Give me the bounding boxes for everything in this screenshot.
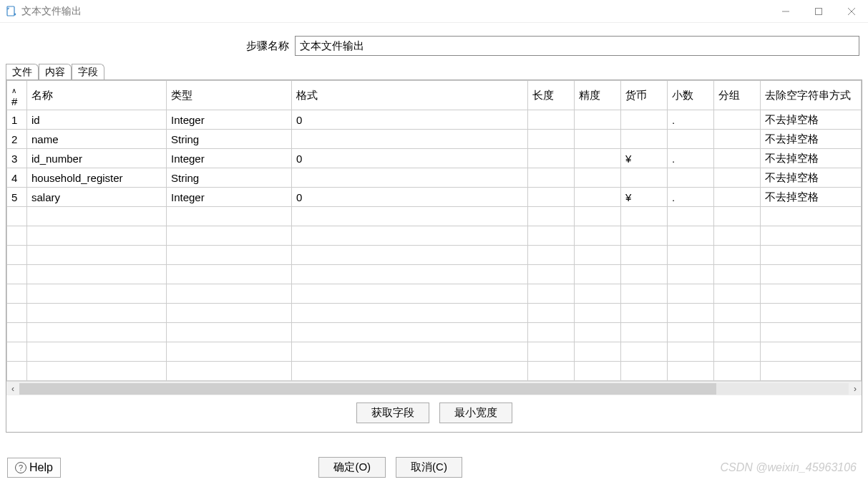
cell-length[interactable] <box>528 149 575 168</box>
cell-length[interactable] <box>528 110 575 130</box>
table-row-empty[interactable] <box>7 284 862 304</box>
cell-empty[interactable] <box>167 226 292 246</box>
cell-empty[interactable] <box>575 207 621 226</box>
cell-empty[interactable] <box>528 323 575 342</box>
cell-empty[interactable] <box>167 207 292 226</box>
cell-empty[interactable] <box>7 265 27 284</box>
table-row-empty[interactable] <box>7 362 862 381</box>
cell-empty[interactable] <box>292 284 528 304</box>
cell-empty[interactable] <box>167 304 292 323</box>
cell-precision[interactable] <box>575 149 621 168</box>
cell-empty[interactable] <box>27 342 167 362</box>
cell-empty[interactable] <box>575 304 621 323</box>
cell-empty[interactable] <box>27 226 167 246</box>
cell-currency[interactable]: ¥ <box>621 188 668 207</box>
cell-empty[interactable] <box>575 265 621 284</box>
scroll-left-arrow[interactable]: ‹ <box>6 382 19 395</box>
cell-empty[interactable] <box>761 362 862 381</box>
cell-empty[interactable] <box>668 226 714 246</box>
cancel-button[interactable]: 取消(C) <box>396 457 462 478</box>
col-name[interactable]: 名称 <box>27 81 167 110</box>
ok-button[interactable]: 确定(O) <box>318 457 386 478</box>
cell-group[interactable] <box>714 110 761 130</box>
cell-empty[interactable] <box>668 323 714 342</box>
cell-empty[interactable] <box>7 207 27 226</box>
col-length[interactable]: 长度 <box>528 81 575 110</box>
cell-precision[interactable] <box>575 188 621 207</box>
cell-empty[interactable] <box>575 284 621 304</box>
cell-empty[interactable] <box>668 304 714 323</box>
cell-empty[interactable] <box>575 226 621 246</box>
tab-fields[interactable]: 字段 <box>72 64 104 80</box>
cell-empty[interactable] <box>761 342 862 362</box>
cell-precision[interactable] <box>575 110 621 130</box>
cell-empty[interactable] <box>761 207 862 226</box>
cell-empty[interactable] <box>27 265 167 284</box>
cell-group[interactable] <box>714 188 761 207</box>
cell-empty[interactable] <box>761 284 862 304</box>
cell-currency[interactable] <box>621 110 668 130</box>
cell-empty[interactable] <box>7 323 27 342</box>
cell-empty[interactable] <box>27 323 167 342</box>
cell-empty[interactable] <box>528 265 575 284</box>
fields-table[interactable]: ∧# 名称 类型 格式 长度 精度 货币 小数 分组 去除空字符串方式 1idI… <box>6 80 862 381</box>
cell-format[interactable]: 0 <box>292 149 528 168</box>
cell-num[interactable]: 4 <box>7 168 27 188</box>
close-button[interactable] <box>835 0 868 23</box>
cell-empty[interactable] <box>714 284 761 304</box>
cell-empty[interactable] <box>714 304 761 323</box>
cell-empty[interactable] <box>575 323 621 342</box>
cell-empty[interactable] <box>714 265 761 284</box>
maximize-button[interactable] <box>802 0 835 23</box>
cell-length[interactable] <box>528 130 575 149</box>
cell-type[interactable]: Integer <box>167 188 292 207</box>
cell-empty[interactable] <box>714 323 761 342</box>
help-button[interactable]: ? Help <box>7 458 61 478</box>
cell-empty[interactable] <box>621 207 668 226</box>
cell-empty[interactable] <box>621 323 668 342</box>
cell-empty[interactable] <box>27 246 167 265</box>
cell-trim[interactable]: 不去掉空格 <box>761 188 862 207</box>
cell-group[interactable] <box>714 130 761 149</box>
cell-empty[interactable] <box>714 362 761 381</box>
cell-empty[interactable] <box>167 265 292 284</box>
cell-type[interactable]: Integer <box>167 149 292 168</box>
col-type[interactable]: 类型 <box>167 81 292 110</box>
col-group[interactable]: 分组 <box>714 81 761 110</box>
cell-currency[interactable] <box>621 130 668 149</box>
cell-empty[interactable] <box>167 323 292 342</box>
cell-empty[interactable] <box>528 246 575 265</box>
cell-empty[interactable] <box>714 207 761 226</box>
table-row[interactable]: 2nameString不去掉空格 <box>7 130 862 149</box>
cell-empty[interactable] <box>668 207 714 226</box>
cell-empty[interactable] <box>528 342 575 362</box>
table-row-empty[interactable] <box>7 323 862 342</box>
cell-decimal[interactable] <box>668 130 714 149</box>
cell-precision[interactable] <box>575 130 621 149</box>
cell-empty[interactable] <box>575 362 621 381</box>
cell-empty[interactable] <box>292 226 528 246</box>
cell-type[interactable]: String <box>167 130 292 149</box>
cell-trim[interactable]: 不去掉空格 <box>761 130 862 149</box>
scroll-track[interactable] <box>19 383 849 395</box>
tab-content[interactable]: 内容 <box>39 64 72 80</box>
cell-empty[interactable] <box>292 323 528 342</box>
cell-empty[interactable] <box>668 246 714 265</box>
min-width-button[interactable]: 最小宽度 <box>439 403 512 423</box>
col-decimal[interactable]: 小数 <box>668 81 714 110</box>
cell-empty[interactable] <box>714 246 761 265</box>
cell-empty[interactable] <box>761 246 862 265</box>
cell-empty[interactable] <box>621 304 668 323</box>
cell-empty[interactable] <box>27 207 167 226</box>
cell-name[interactable]: salary <box>27 188 167 207</box>
cell-empty[interactable] <box>167 362 292 381</box>
cell-decimal[interactable]: . <box>668 188 714 207</box>
cell-empty[interactable] <box>761 323 862 342</box>
cell-trim[interactable]: 不去掉空格 <box>761 110 862 130</box>
cell-empty[interactable] <box>714 226 761 246</box>
col-trim[interactable]: 去除空字符串方式 <box>761 81 862 110</box>
cell-empty[interactable] <box>668 342 714 362</box>
cell-empty[interactable] <box>7 304 27 323</box>
cell-empty[interactable] <box>7 226 27 246</box>
cell-empty[interactable] <box>761 265 862 284</box>
